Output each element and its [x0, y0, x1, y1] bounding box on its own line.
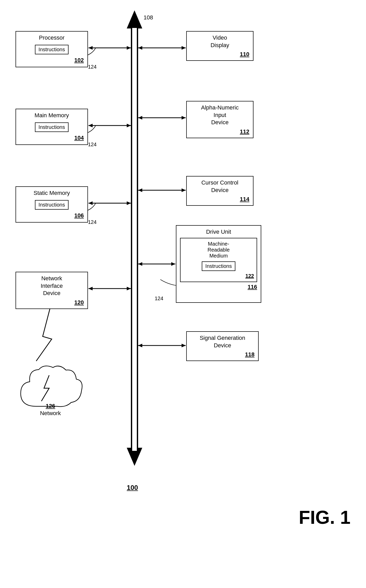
machine-readable-title: Machine-ReadableMedium — [183, 241, 254, 259]
main-memory-title: Main Memory — [20, 112, 84, 119]
network-cloud: 126 Network — [16, 362, 85, 419]
static-memory-instructions: Instructions — [35, 200, 69, 210]
static-memory-number: 106 — [20, 212, 84, 219]
diagram-number-label: 100 — [127, 484, 138, 492]
signal-generation-box: Signal GenerationDevice 118 — [186, 331, 259, 361]
drive-unit-box: Drive Unit Machine-ReadableMedium Instru… — [176, 225, 261, 303]
static-memory-box: Static Memory Instructions 106 — [16, 186, 88, 223]
network-number: 126 — [40, 403, 61, 409]
svg-marker-11 — [127, 124, 131, 127]
figure-label: FIG. 1 — [299, 507, 350, 528]
svg-marker-6 — [88, 46, 93, 50]
video-display-box: VideoDisplay 110 — [186, 31, 253, 61]
svg-marker-1 — [127, 10, 142, 28]
video-display-number: 110 — [190, 51, 249, 58]
static-memory-title: Static Memory — [20, 189, 84, 197]
svg-marker-7 — [127, 46, 131, 50]
svg-marker-2 — [127, 448, 142, 466]
alpha-numeric-box: Alpha-NumericInputDevice 112 — [186, 101, 253, 138]
cursor-control-box: Cursor ControlDevice 114 — [186, 176, 253, 206]
static-memory-instructions-label: Instructions — [39, 202, 65, 208]
network-interface-number: 120 — [20, 299, 84, 306]
svg-text:124: 124 — [88, 142, 96, 147]
svg-marker-30 — [138, 262, 142, 266]
svg-marker-28 — [182, 188, 186, 192]
signal-generation-title: Signal GenerationDevice — [190, 334, 255, 349]
svg-marker-18 — [88, 287, 93, 290]
processor-number: 102 — [20, 57, 84, 64]
svg-marker-27 — [138, 188, 142, 192]
drive-unit-number: 116 — [180, 284, 257, 290]
signal-generation-number: 118 — [190, 351, 255, 358]
svg-marker-15 — [127, 201, 131, 205]
svg-text:108: 108 — [144, 14, 153, 21]
drive-instructions-label: Instructions — [205, 263, 232, 269]
video-display-title: VideoDisplay — [190, 34, 249, 49]
drive-unit-title: Drive Unit — [180, 228, 257, 236]
svg-marker-34 — [138, 344, 142, 347]
main-memory-box: Main Memory Instructions 104 — [16, 109, 88, 145]
svg-marker-31 — [171, 262, 175, 266]
network-label: Network — [40, 410, 61, 417]
svg-marker-21 — [138, 46, 142, 50]
machine-readable-number: 122 — [183, 273, 254, 279]
svg-marker-25 — [182, 116, 186, 120]
alpha-numeric-title: Alpha-NumericInputDevice — [190, 104, 249, 126]
diagram-container: 108 124 124 124 — [0, 0, 366, 543]
svg-text:124: 124 — [88, 219, 96, 225]
svg-marker-19 — [127, 287, 131, 290]
svg-marker-10 — [88, 124, 93, 127]
main-memory-instructions-label: Instructions — [39, 124, 65, 130]
main-memory-number: 104 — [20, 135, 84, 141]
processor-instructions: Instructions — [35, 45, 69, 54]
network-interface-title: NetworkInterfaceDevice — [20, 275, 84, 297]
svg-text:124: 124 — [88, 64, 96, 70]
network-interface-box: NetworkInterfaceDevice 120 — [16, 272, 88, 309]
svg-marker-35 — [182, 344, 186, 347]
svg-marker-14 — [88, 201, 93, 205]
processor-box: Processor Instructions 102 — [16, 31, 88, 67]
processor-instructions-label: Instructions — [39, 47, 65, 52]
main-memory-instructions: Instructions — [35, 122, 69, 132]
drive-instructions: Instructions — [202, 261, 235, 271]
cursor-control-number: 114 — [190, 196, 249, 203]
svg-marker-24 — [138, 116, 142, 120]
svg-marker-22 — [182, 46, 186, 50]
alpha-numeric-number: 112 — [190, 128, 249, 135]
cursor-control-title: Cursor ControlDevice — [190, 179, 249, 194]
svg-text:124: 124 — [155, 296, 163, 301]
processor-title: Processor — [20, 34, 84, 42]
